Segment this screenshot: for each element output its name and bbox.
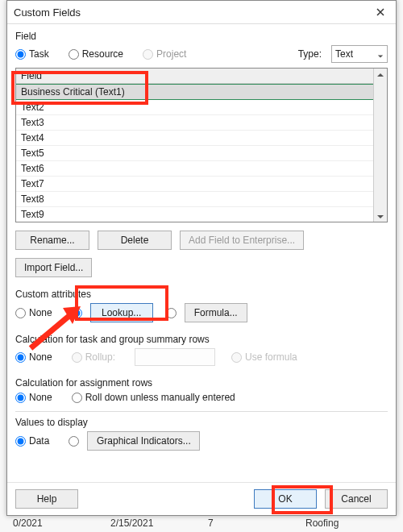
field-list-item[interactable]: Text2 xyxy=(16,100,373,115)
delete-button[interactable]: Delete xyxy=(98,231,172,250)
field-list[interactable]: Field Business Critical (Text1) Text2 Te… xyxy=(16,69,373,222)
radio-calc-useformula-label: Use formula xyxy=(245,351,297,363)
radio-project: Project xyxy=(143,48,186,60)
rename-button[interactable]: Rename... xyxy=(15,231,89,250)
lookup-button[interactable]: Lookup... xyxy=(90,303,153,322)
field-list-item[interactable]: Text5 xyxy=(16,146,373,161)
radio-attr-formula-input[interactable] xyxy=(166,308,177,318)
import-field-button[interactable]: Import Field... xyxy=(15,258,92,277)
radio-attr-none-label: None xyxy=(29,307,52,318)
chevron-down-icon xyxy=(377,51,384,57)
radio-calc-none-input[interactable] xyxy=(15,352,26,363)
radio-assign-none[interactable]: None xyxy=(15,392,52,403)
type-label: Type: xyxy=(298,48,322,60)
field-type-row: Task Resource Project Type: Text xyxy=(15,45,388,63)
radio-calc-none-label: None xyxy=(29,351,52,363)
radio-values-graphical-input[interactable] xyxy=(69,436,79,447)
graphical-indicators-button[interactable]: Graphical Indicators... xyxy=(87,431,200,451)
custom-fields-dialog: Custom Fields Field Task Resource Projec… xyxy=(6,0,397,516)
bg-cell: 0/2021 xyxy=(6,517,104,530)
cancel-button[interactable]: Cancel xyxy=(325,489,388,509)
radio-assign-rolldown[interactable]: Roll down unless manually entered xyxy=(72,392,235,403)
calc-assign-label: Calculation for assignment rows xyxy=(15,377,388,389)
type-select-value: Text xyxy=(335,48,353,60)
custom-attributes-label: Custom attributes xyxy=(15,289,388,300)
field-list-item[interactable]: Text3 xyxy=(16,115,373,131)
field-list-box: Field Business Critical (Text1) Text2 Te… xyxy=(15,68,388,222)
radio-attr-none-input[interactable] xyxy=(15,308,26,318)
radio-assign-rolldown-input[interactable] xyxy=(72,393,82,403)
field-list-item[interactable]: Text4 xyxy=(16,131,373,146)
radio-values-data-label: Data xyxy=(29,435,49,447)
bg-cell: 2/15/2021 xyxy=(104,517,202,530)
close-icon xyxy=(376,8,384,16)
radio-attr-lookup[interactable] xyxy=(72,308,82,318)
radio-attr-lookup-input[interactable] xyxy=(72,308,82,318)
radio-assign-none-label: None xyxy=(29,392,52,403)
radio-attr-none[interactable]: None xyxy=(15,307,52,318)
radio-calc-rollup-label: Rollup: xyxy=(85,351,115,363)
background-data-row: 0/2021 2/15/2021 7 Roofing xyxy=(6,517,397,530)
field-list-item[interactable]: Text7 xyxy=(16,177,373,192)
field-list-scrollbar[interactable] xyxy=(373,69,387,222)
add-enterprise-button: Add Field to Enterprise... xyxy=(180,231,304,250)
radio-calc-none[interactable]: None xyxy=(15,351,52,363)
ok-button[interactable]: OK xyxy=(254,489,317,509)
help-button[interactable]: Help xyxy=(15,489,78,509)
radio-resource[interactable]: Resource xyxy=(69,48,123,60)
rollup-select xyxy=(135,348,215,366)
dialog-title: Custom Fields xyxy=(14,6,81,19)
separator xyxy=(15,411,388,412)
radio-resource-label: Resource xyxy=(82,48,123,60)
bg-cell: Roofing xyxy=(299,517,397,530)
radio-calc-useformula: Use formula xyxy=(231,351,297,363)
titlebar: Custom Fields xyxy=(7,1,396,24)
scroll-up-icon[interactable] xyxy=(376,70,384,78)
bg-cell: 7 xyxy=(202,517,299,530)
radio-task-input[interactable] xyxy=(15,49,26,60)
field-section-label: Field xyxy=(15,31,388,42)
radio-values-data[interactable]: Data xyxy=(15,435,49,447)
field-list-item[interactable]: Text6 xyxy=(16,161,373,177)
radio-task[interactable]: Task xyxy=(15,48,49,60)
radio-calc-rollup: Rollup: xyxy=(72,351,115,363)
field-list-item[interactable]: Text9 xyxy=(16,207,373,222)
type-select[interactable]: Text xyxy=(331,45,388,63)
radio-values-graphical[interactable] xyxy=(69,436,79,447)
radio-task-label: Task xyxy=(29,48,49,60)
radio-values-data-input[interactable] xyxy=(15,436,26,447)
field-list-item[interactable]: Text8 xyxy=(16,192,373,207)
radio-calc-useformula-input xyxy=(231,352,242,363)
scroll-down-icon[interactable] xyxy=(376,212,384,220)
radio-assign-none-input[interactable] xyxy=(15,393,26,403)
radio-project-input xyxy=(143,49,153,60)
radio-assign-rolldown-label: Roll down unless manually entered xyxy=(85,392,235,403)
field-list-header: Field xyxy=(16,69,373,84)
formula-button[interactable]: Formula... xyxy=(185,303,247,322)
radio-calc-rollup-input xyxy=(72,352,82,363)
radio-attr-formula[interactable] xyxy=(166,308,177,318)
field-list-item[interactable]: Business Critical (Text1) xyxy=(16,84,373,100)
radio-resource-input[interactable] xyxy=(69,49,79,60)
values-display-label: Values to display xyxy=(15,417,388,428)
calc-task-label: Calculation for task and group summary r… xyxy=(15,334,388,345)
radio-project-label: Project xyxy=(156,48,186,60)
close-button[interactable] xyxy=(368,2,393,22)
